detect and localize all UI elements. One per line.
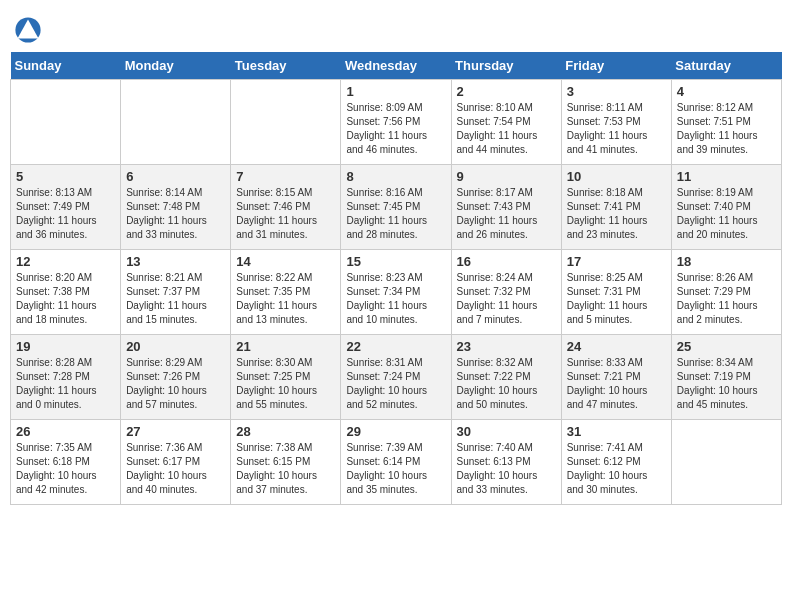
calendar-cell bbox=[671, 420, 781, 505]
calendar-cell: 10Sunrise: 8:18 AM Sunset: 7:41 PM Dayli… bbox=[561, 165, 671, 250]
page-header bbox=[10, 10, 782, 44]
calendar-cell: 19Sunrise: 8:28 AM Sunset: 7:28 PM Dayli… bbox=[11, 335, 121, 420]
day-number: 18 bbox=[677, 254, 776, 269]
day-number: 24 bbox=[567, 339, 666, 354]
day-number: 12 bbox=[16, 254, 115, 269]
day-info: Sunrise: 8:17 AM Sunset: 7:43 PM Dayligh… bbox=[457, 186, 556, 242]
logo bbox=[14, 16, 46, 44]
day-info: Sunrise: 8:34 AM Sunset: 7:19 PM Dayligh… bbox=[677, 356, 776, 412]
day-number: 26 bbox=[16, 424, 115, 439]
day-info: Sunrise: 8:11 AM Sunset: 7:53 PM Dayligh… bbox=[567, 101, 666, 157]
day-info: Sunrise: 7:35 AM Sunset: 6:18 PM Dayligh… bbox=[16, 441, 115, 497]
calendar-cell: 28Sunrise: 7:38 AM Sunset: 6:15 PM Dayli… bbox=[231, 420, 341, 505]
day-number: 16 bbox=[457, 254, 556, 269]
calendar-cell: 24Sunrise: 8:33 AM Sunset: 7:21 PM Dayli… bbox=[561, 335, 671, 420]
day-number: 17 bbox=[567, 254, 666, 269]
day-info: Sunrise: 8:10 AM Sunset: 7:54 PM Dayligh… bbox=[457, 101, 556, 157]
day-number: 22 bbox=[346, 339, 445, 354]
calendar-cell: 7Sunrise: 8:15 AM Sunset: 7:46 PM Daylig… bbox=[231, 165, 341, 250]
calendar-cell: 29Sunrise: 7:39 AM Sunset: 6:14 PM Dayli… bbox=[341, 420, 451, 505]
day-header-saturday: Saturday bbox=[671, 52, 781, 80]
day-info: Sunrise: 8:28 AM Sunset: 7:28 PM Dayligh… bbox=[16, 356, 115, 412]
day-info: Sunrise: 8:32 AM Sunset: 7:22 PM Dayligh… bbox=[457, 356, 556, 412]
day-number: 1 bbox=[346, 84, 445, 99]
day-number: 25 bbox=[677, 339, 776, 354]
calendar-week-5: 26Sunrise: 7:35 AM Sunset: 6:18 PM Dayli… bbox=[11, 420, 782, 505]
calendar-cell bbox=[121, 80, 231, 165]
calendar-cell: 16Sunrise: 8:24 AM Sunset: 7:32 PM Dayli… bbox=[451, 250, 561, 335]
day-info: Sunrise: 8:19 AM Sunset: 7:40 PM Dayligh… bbox=[677, 186, 776, 242]
day-number: 11 bbox=[677, 169, 776, 184]
day-header-thursday: Thursday bbox=[451, 52, 561, 80]
day-info: Sunrise: 7:36 AM Sunset: 6:17 PM Dayligh… bbox=[126, 441, 225, 497]
day-number: 21 bbox=[236, 339, 335, 354]
calendar-week-3: 12Sunrise: 8:20 AM Sunset: 7:38 PM Dayli… bbox=[11, 250, 782, 335]
day-number: 28 bbox=[236, 424, 335, 439]
day-info: Sunrise: 8:33 AM Sunset: 7:21 PM Dayligh… bbox=[567, 356, 666, 412]
calendar-cell: 6Sunrise: 8:14 AM Sunset: 7:48 PM Daylig… bbox=[121, 165, 231, 250]
day-number: 7 bbox=[236, 169, 335, 184]
day-number: 10 bbox=[567, 169, 666, 184]
calendar-cell: 22Sunrise: 8:31 AM Sunset: 7:24 PM Dayli… bbox=[341, 335, 451, 420]
calendar-cell: 17Sunrise: 8:25 AM Sunset: 7:31 PM Dayli… bbox=[561, 250, 671, 335]
calendar-cell: 3Sunrise: 8:11 AM Sunset: 7:53 PM Daylig… bbox=[561, 80, 671, 165]
day-info: Sunrise: 8:25 AM Sunset: 7:31 PM Dayligh… bbox=[567, 271, 666, 327]
calendar-cell bbox=[11, 80, 121, 165]
day-info: Sunrise: 7:41 AM Sunset: 6:12 PM Dayligh… bbox=[567, 441, 666, 497]
day-number: 15 bbox=[346, 254, 445, 269]
logo-icon bbox=[14, 16, 42, 44]
day-info: Sunrise: 7:39 AM Sunset: 6:14 PM Dayligh… bbox=[346, 441, 445, 497]
day-info: Sunrise: 8:18 AM Sunset: 7:41 PM Dayligh… bbox=[567, 186, 666, 242]
day-info: Sunrise: 8:21 AM Sunset: 7:37 PM Dayligh… bbox=[126, 271, 225, 327]
calendar-cell: 11Sunrise: 8:19 AM Sunset: 7:40 PM Dayli… bbox=[671, 165, 781, 250]
calendar-table: SundayMondayTuesdayWednesdayThursdayFrid… bbox=[10, 52, 782, 505]
day-number: 20 bbox=[126, 339, 225, 354]
day-info: Sunrise: 8:13 AM Sunset: 7:49 PM Dayligh… bbox=[16, 186, 115, 242]
day-number: 23 bbox=[457, 339, 556, 354]
day-info: Sunrise: 8:15 AM Sunset: 7:46 PM Dayligh… bbox=[236, 186, 335, 242]
calendar-cell: 15Sunrise: 8:23 AM Sunset: 7:34 PM Dayli… bbox=[341, 250, 451, 335]
day-header-sunday: Sunday bbox=[11, 52, 121, 80]
calendar-cell: 20Sunrise: 8:29 AM Sunset: 7:26 PM Dayli… bbox=[121, 335, 231, 420]
day-info: Sunrise: 7:40 AM Sunset: 6:13 PM Dayligh… bbox=[457, 441, 556, 497]
day-number: 6 bbox=[126, 169, 225, 184]
calendar-cell bbox=[231, 80, 341, 165]
day-info: Sunrise: 8:31 AM Sunset: 7:24 PM Dayligh… bbox=[346, 356, 445, 412]
day-info: Sunrise: 8:22 AM Sunset: 7:35 PM Dayligh… bbox=[236, 271, 335, 327]
day-info: Sunrise: 8:26 AM Sunset: 7:29 PM Dayligh… bbox=[677, 271, 776, 327]
day-header-friday: Friday bbox=[561, 52, 671, 80]
calendar-cell: 8Sunrise: 8:16 AM Sunset: 7:45 PM Daylig… bbox=[341, 165, 451, 250]
calendar-cell: 14Sunrise: 8:22 AM Sunset: 7:35 PM Dayli… bbox=[231, 250, 341, 335]
day-info: Sunrise: 8:09 AM Sunset: 7:56 PM Dayligh… bbox=[346, 101, 445, 157]
day-number: 14 bbox=[236, 254, 335, 269]
calendar-week-1: 1Sunrise: 8:09 AM Sunset: 7:56 PM Daylig… bbox=[11, 80, 782, 165]
day-number: 19 bbox=[16, 339, 115, 354]
day-info: Sunrise: 8:16 AM Sunset: 7:45 PM Dayligh… bbox=[346, 186, 445, 242]
day-info: Sunrise: 8:23 AM Sunset: 7:34 PM Dayligh… bbox=[346, 271, 445, 327]
calendar-cell: 31Sunrise: 7:41 AM Sunset: 6:12 PM Dayli… bbox=[561, 420, 671, 505]
day-number: 4 bbox=[677, 84, 776, 99]
day-header-wednesday: Wednesday bbox=[341, 52, 451, 80]
day-info: Sunrise: 8:30 AM Sunset: 7:25 PM Dayligh… bbox=[236, 356, 335, 412]
calendar-cell: 12Sunrise: 8:20 AM Sunset: 7:38 PM Dayli… bbox=[11, 250, 121, 335]
calendar-cell: 1Sunrise: 8:09 AM Sunset: 7:56 PM Daylig… bbox=[341, 80, 451, 165]
day-number: 31 bbox=[567, 424, 666, 439]
calendar-cell: 9Sunrise: 8:17 AM Sunset: 7:43 PM Daylig… bbox=[451, 165, 561, 250]
day-number: 29 bbox=[346, 424, 445, 439]
calendar-cell: 5Sunrise: 8:13 AM Sunset: 7:49 PM Daylig… bbox=[11, 165, 121, 250]
calendar-cell: 4Sunrise: 8:12 AM Sunset: 7:51 PM Daylig… bbox=[671, 80, 781, 165]
day-header-monday: Monday bbox=[121, 52, 231, 80]
day-number: 8 bbox=[346, 169, 445, 184]
calendar-cell: 30Sunrise: 7:40 AM Sunset: 6:13 PM Dayli… bbox=[451, 420, 561, 505]
day-number: 13 bbox=[126, 254, 225, 269]
day-number: 5 bbox=[16, 169, 115, 184]
day-info: Sunrise: 7:38 AM Sunset: 6:15 PM Dayligh… bbox=[236, 441, 335, 497]
calendar-cell: 26Sunrise: 7:35 AM Sunset: 6:18 PM Dayli… bbox=[11, 420, 121, 505]
calendar-cell: 23Sunrise: 8:32 AM Sunset: 7:22 PM Dayli… bbox=[451, 335, 561, 420]
day-number: 2 bbox=[457, 84, 556, 99]
day-number: 30 bbox=[457, 424, 556, 439]
day-info: Sunrise: 8:20 AM Sunset: 7:38 PM Dayligh… bbox=[16, 271, 115, 327]
calendar-week-4: 19Sunrise: 8:28 AM Sunset: 7:28 PM Dayli… bbox=[11, 335, 782, 420]
day-number: 9 bbox=[457, 169, 556, 184]
calendar-cell: 2Sunrise: 8:10 AM Sunset: 7:54 PM Daylig… bbox=[451, 80, 561, 165]
